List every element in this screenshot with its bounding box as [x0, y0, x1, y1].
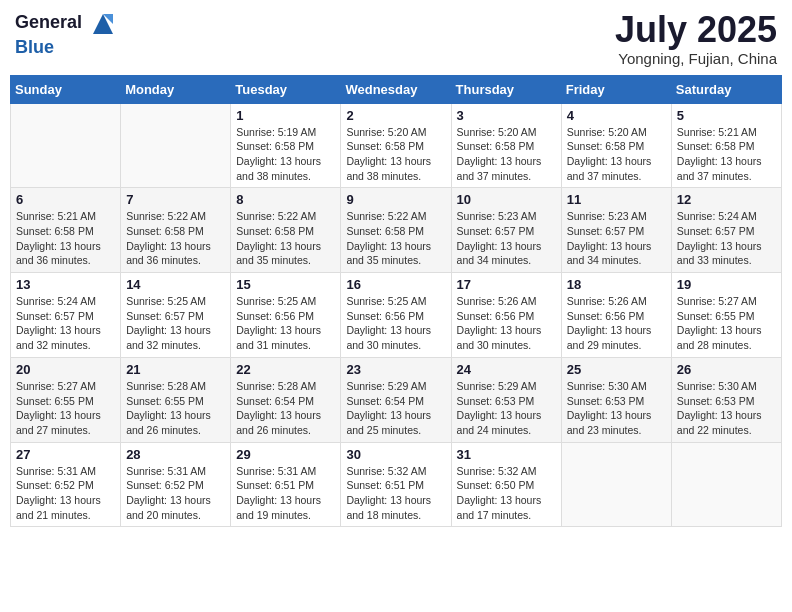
day-info: Sunrise: 5:27 AMSunset: 6:55 PMDaylight:… [16, 379, 115, 438]
calendar-cell: 27Sunrise: 5:31 AMSunset: 6:52 PMDayligh… [11, 442, 121, 527]
day-info: Sunrise: 5:28 AMSunset: 6:54 PMDaylight:… [236, 379, 335, 438]
day-number: 18 [567, 277, 666, 292]
calendar-week-row: 6Sunrise: 5:21 AMSunset: 6:58 PMDaylight… [11, 188, 782, 273]
day-info: Sunrise: 5:22 AMSunset: 6:58 PMDaylight:… [236, 209, 335, 268]
calendar-cell: 7Sunrise: 5:22 AMSunset: 6:58 PMDaylight… [121, 188, 231, 273]
title-block: July 2025 Yongning, Fujian, China [615, 10, 777, 67]
calendar-cell: 31Sunrise: 5:32 AMSunset: 6:50 PMDayligh… [451, 442, 561, 527]
calendar-cell [561, 442, 671, 527]
logo: General Blue [15, 10, 117, 58]
day-number: 17 [457, 277, 556, 292]
day-number: 8 [236, 192, 335, 207]
weekday-header-row: SundayMondayTuesdayWednesdayThursdayFrid… [11, 75, 782, 103]
day-number: 31 [457, 447, 556, 462]
calendar-table: SundayMondayTuesdayWednesdayThursdayFrid… [10, 75, 782, 528]
calendar-cell: 9Sunrise: 5:22 AMSunset: 6:58 PMDaylight… [341, 188, 451, 273]
day-info: Sunrise: 5:28 AMSunset: 6:55 PMDaylight:… [126, 379, 225, 438]
calendar-cell: 14Sunrise: 5:25 AMSunset: 6:57 PMDayligh… [121, 273, 231, 358]
day-number: 23 [346, 362, 445, 377]
day-number: 25 [567, 362, 666, 377]
day-info: Sunrise: 5:25 AMSunset: 6:57 PMDaylight:… [126, 294, 225, 353]
calendar-cell: 21Sunrise: 5:28 AMSunset: 6:55 PMDayligh… [121, 357, 231, 442]
calendar-cell [671, 442, 781, 527]
day-number: 22 [236, 362, 335, 377]
day-number: 13 [16, 277, 115, 292]
day-info: Sunrise: 5:32 AMSunset: 6:51 PMDaylight:… [346, 464, 445, 523]
calendar-cell: 2Sunrise: 5:20 AMSunset: 6:58 PMDaylight… [341, 103, 451, 188]
day-info: Sunrise: 5:21 AMSunset: 6:58 PMDaylight:… [677, 125, 776, 184]
day-number: 4 [567, 108, 666, 123]
day-number: 27 [16, 447, 115, 462]
day-info: Sunrise: 5:30 AMSunset: 6:53 PMDaylight:… [567, 379, 666, 438]
calendar-cell [121, 103, 231, 188]
calendar-week-row: 1Sunrise: 5:19 AMSunset: 6:58 PMDaylight… [11, 103, 782, 188]
weekday-header: Wednesday [341, 75, 451, 103]
day-info: Sunrise: 5:30 AMSunset: 6:53 PMDaylight:… [677, 379, 776, 438]
calendar-cell: 26Sunrise: 5:30 AMSunset: 6:53 PMDayligh… [671, 357, 781, 442]
weekday-header: Monday [121, 75, 231, 103]
calendar-cell: 18Sunrise: 5:26 AMSunset: 6:56 PMDayligh… [561, 273, 671, 358]
calendar-cell: 19Sunrise: 5:27 AMSunset: 6:55 PMDayligh… [671, 273, 781, 358]
calendar-cell: 24Sunrise: 5:29 AMSunset: 6:53 PMDayligh… [451, 357, 561, 442]
day-info: Sunrise: 5:27 AMSunset: 6:55 PMDaylight:… [677, 294, 776, 353]
weekday-header: Saturday [671, 75, 781, 103]
calendar-cell [11, 103, 121, 188]
calendar-cell: 20Sunrise: 5:27 AMSunset: 6:55 PMDayligh… [11, 357, 121, 442]
day-info: Sunrise: 5:19 AMSunset: 6:58 PMDaylight:… [236, 125, 335, 184]
calendar-cell: 28Sunrise: 5:31 AMSunset: 6:52 PMDayligh… [121, 442, 231, 527]
day-number: 24 [457, 362, 556, 377]
day-info: Sunrise: 5:20 AMSunset: 6:58 PMDaylight:… [346, 125, 445, 184]
day-info: Sunrise: 5:31 AMSunset: 6:52 PMDaylight:… [126, 464, 225, 523]
calendar-cell: 22Sunrise: 5:28 AMSunset: 6:54 PMDayligh… [231, 357, 341, 442]
day-number: 29 [236, 447, 335, 462]
logo-icon [89, 10, 117, 38]
day-number: 5 [677, 108, 776, 123]
calendar-cell: 10Sunrise: 5:23 AMSunset: 6:57 PMDayligh… [451, 188, 561, 273]
day-number: 7 [126, 192, 225, 207]
day-number: 14 [126, 277, 225, 292]
day-info: Sunrise: 5:21 AMSunset: 6:58 PMDaylight:… [16, 209, 115, 268]
day-info: Sunrise: 5:29 AMSunset: 6:54 PMDaylight:… [346, 379, 445, 438]
calendar-cell: 11Sunrise: 5:23 AMSunset: 6:57 PMDayligh… [561, 188, 671, 273]
day-info: Sunrise: 5:22 AMSunset: 6:58 PMDaylight:… [346, 209, 445, 268]
day-info: Sunrise: 5:26 AMSunset: 6:56 PMDaylight:… [567, 294, 666, 353]
page-header: General Blue July 2025 Yongning, Fujian,… [10, 10, 782, 67]
calendar-cell: 25Sunrise: 5:30 AMSunset: 6:53 PMDayligh… [561, 357, 671, 442]
calendar-cell: 4Sunrise: 5:20 AMSunset: 6:58 PMDaylight… [561, 103, 671, 188]
day-number: 9 [346, 192, 445, 207]
weekday-header: Friday [561, 75, 671, 103]
day-info: Sunrise: 5:31 AMSunset: 6:51 PMDaylight:… [236, 464, 335, 523]
day-number: 11 [567, 192, 666, 207]
calendar-week-row: 13Sunrise: 5:24 AMSunset: 6:57 PMDayligh… [11, 273, 782, 358]
day-info: Sunrise: 5:23 AMSunset: 6:57 PMDaylight:… [567, 209, 666, 268]
weekday-header: Tuesday [231, 75, 341, 103]
day-info: Sunrise: 5:26 AMSunset: 6:56 PMDaylight:… [457, 294, 556, 353]
calendar-cell: 12Sunrise: 5:24 AMSunset: 6:57 PMDayligh… [671, 188, 781, 273]
day-number: 3 [457, 108, 556, 123]
calendar-cell: 15Sunrise: 5:25 AMSunset: 6:56 PMDayligh… [231, 273, 341, 358]
day-number: 16 [346, 277, 445, 292]
calendar-cell: 16Sunrise: 5:25 AMSunset: 6:56 PMDayligh… [341, 273, 451, 358]
calendar-cell: 30Sunrise: 5:32 AMSunset: 6:51 PMDayligh… [341, 442, 451, 527]
day-number: 15 [236, 277, 335, 292]
calendar-cell: 6Sunrise: 5:21 AMSunset: 6:58 PMDaylight… [11, 188, 121, 273]
calendar-cell: 3Sunrise: 5:20 AMSunset: 6:58 PMDaylight… [451, 103, 561, 188]
calendar-cell: 5Sunrise: 5:21 AMSunset: 6:58 PMDaylight… [671, 103, 781, 188]
day-info: Sunrise: 5:31 AMSunset: 6:52 PMDaylight:… [16, 464, 115, 523]
logo-general: General [15, 12, 82, 32]
calendar-week-row: 27Sunrise: 5:31 AMSunset: 6:52 PMDayligh… [11, 442, 782, 527]
day-number: 2 [346, 108, 445, 123]
calendar-cell: 1Sunrise: 5:19 AMSunset: 6:58 PMDaylight… [231, 103, 341, 188]
calendar-cell: 17Sunrise: 5:26 AMSunset: 6:56 PMDayligh… [451, 273, 561, 358]
day-number: 19 [677, 277, 776, 292]
day-info: Sunrise: 5:29 AMSunset: 6:53 PMDaylight:… [457, 379, 556, 438]
day-number: 21 [126, 362, 225, 377]
month-year: July 2025 [615, 10, 777, 50]
calendar-cell: 8Sunrise: 5:22 AMSunset: 6:58 PMDaylight… [231, 188, 341, 273]
weekday-header: Sunday [11, 75, 121, 103]
day-info: Sunrise: 5:20 AMSunset: 6:58 PMDaylight:… [457, 125, 556, 184]
day-number: 1 [236, 108, 335, 123]
calendar-week-row: 20Sunrise: 5:27 AMSunset: 6:55 PMDayligh… [11, 357, 782, 442]
day-number: 20 [16, 362, 115, 377]
day-info: Sunrise: 5:20 AMSunset: 6:58 PMDaylight:… [567, 125, 666, 184]
